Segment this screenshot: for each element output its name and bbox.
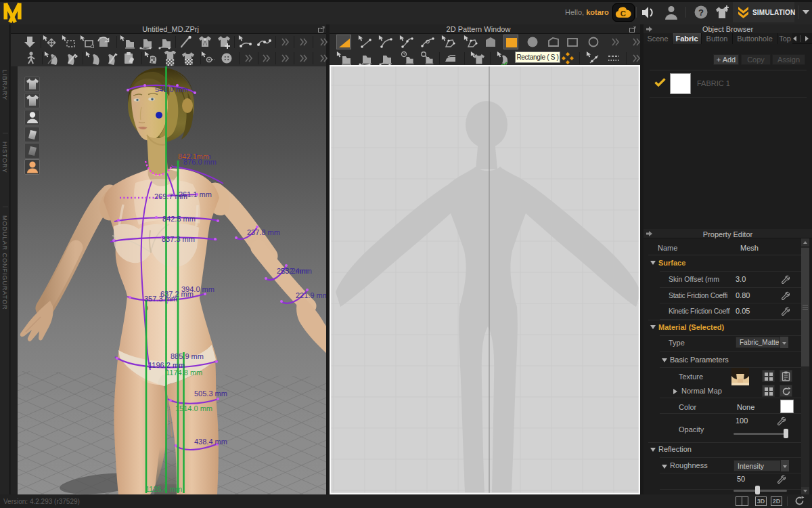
svg-text:837.3 mm: 837.3 mm (162, 235, 195, 243)
svg-text:237.8 mm: 237.8 mm (247, 228, 280, 236)
svg-text:261.1 mm: 261.1 mm (179, 190, 212, 198)
svg-text:221.9 mm: 221.9 mm (296, 291, 326, 299)
svg-text:842.5 mm: 842.5 mm (162, 215, 196, 223)
svg-text:885.9 mm: 885.9 mm (171, 352, 204, 360)
svg-text:548.0 mm: 548.0 mm (155, 85, 188, 93)
svg-text:876.0 mm: 876.0 mm (183, 158, 217, 166)
svg-text:?: ? (698, 7, 704, 18)
svg-text:1126.4 mm: 1126.4 mm (145, 485, 182, 493)
svg-text:252.4mm: 252.4mm (281, 267, 312, 275)
svg-text:505.3 mm: 505.3 mm (194, 389, 227, 398)
svg-text:1514.0 mm: 1514.0 mm (175, 404, 212, 412)
svg-text:357.3 mm: 357.3 mm (144, 295, 177, 303)
svg-text:C: C (621, 9, 626, 18)
svg-text:1174.8 mm: 1174.8 mm (166, 368, 202, 377)
svg-text:438.4 mm: 438.4 mm (194, 438, 227, 446)
